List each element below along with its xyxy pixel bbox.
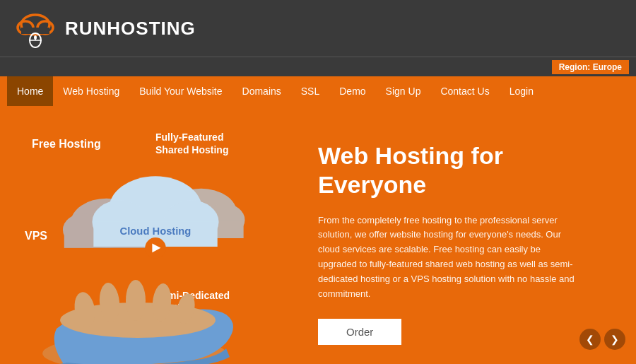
nav-ssl[interactable]: SSL bbox=[291, 76, 329, 106]
nav-web-hosting[interactable]: Web Hosting bbox=[53, 76, 129, 106]
nav-domains[interactable]: Domains bbox=[232, 76, 291, 106]
hero-left: Free Hosting Fully-FeaturedShared Hostin… bbox=[0, 106, 304, 364]
logo-icon bbox=[14, 9, 57, 48]
order-button[interactable]: Order bbox=[318, 319, 401, 345]
region-bar: Region: Europe bbox=[0, 57, 636, 76]
header: RUNHOSTING bbox=[0, 0, 636, 57]
svg-point-27 bbox=[126, 280, 146, 321]
nav-contact[interactable]: Contact Us bbox=[430, 76, 499, 106]
nav-home[interactable]: Home bbox=[7, 76, 53, 106]
hero: Free Hosting Fully-FeaturedShared Hostin… bbox=[0, 106, 636, 364]
brand-name: RUNHOSTING bbox=[65, 18, 196, 40]
logo-area: RUNHOSTING bbox=[14, 9, 196, 48]
next-arrow[interactable]: ❯ bbox=[604, 329, 625, 350]
nav: Home Web Hosting Build Your Website Doma… bbox=[0, 76, 636, 106]
hero-description: From the completely free hosting to the … bbox=[318, 213, 579, 302]
nav-demo[interactable]: Demo bbox=[329, 76, 375, 106]
nav-login[interactable]: Login bbox=[500, 76, 543, 106]
nav-arrows: ❮ ❯ bbox=[579, 329, 625, 350]
prev-arrow[interactable]: ❮ bbox=[579, 329, 601, 350]
hero-title: Web Hosting for Everyone bbox=[318, 141, 615, 199]
nav-build-website[interactable]: Build Your Website bbox=[129, 76, 232, 106]
svg-point-7 bbox=[34, 35, 37, 40]
region-badge: Region: Europe bbox=[552, 60, 629, 74]
svg-text:Cloud Hosting: Cloud Hosting bbox=[120, 225, 192, 237]
nav-signup[interactable]: Sign Up bbox=[376, 76, 431, 106]
hand-illustration bbox=[21, 244, 254, 364]
hero-right: Web Hosting for Everyone From the comple… bbox=[304, 106, 636, 364]
